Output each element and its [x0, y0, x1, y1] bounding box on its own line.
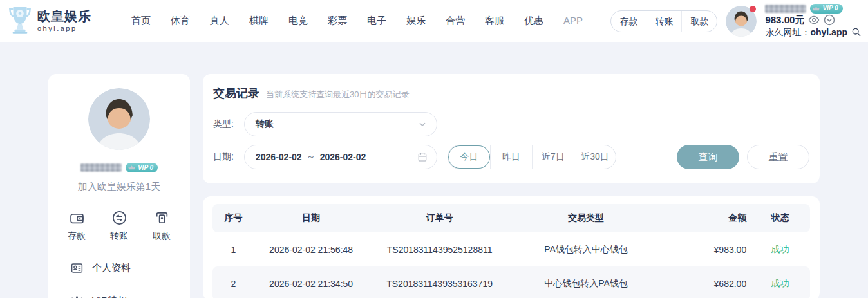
date-start: 2026-02-02	[256, 152, 302, 162]
cell-index: 1	[212, 245, 254, 255]
cell-date: 2026-02-02 21:34:50	[254, 279, 368, 289]
content-area: VIP 0 加入欧皇娱乐第1天 存款 转账	[0, 42, 868, 298]
crown-icon	[812, 5, 820, 13]
permanent-url: 永久网址：ohyl.app	[765, 27, 847, 39]
transfer-icon	[111, 210, 127, 226]
sidebar-item-vip[interactable]: VIP特权	[70, 294, 190, 298]
navbar-right: 存款 转账 取款 VIP 0	[610, 4, 862, 38]
withdraw-icon	[154, 210, 170, 226]
profile-avatar[interactable]	[88, 88, 150, 150]
cell-order-no: TS2018311439353163719	[368, 279, 511, 289]
search-button[interactable]: 查询	[677, 145, 739, 169]
main-column: 交易记录 当前系统支持查询最近30日的交易记录 类型: 转账 日期: 2026-…	[203, 74, 820, 298]
header-date: 日期	[254, 212, 368, 224]
withdraw-link[interactable]: 取款	[681, 11, 717, 32]
nav-item-lottery[interactable]: 彩票	[328, 15, 347, 27]
eye-icon[interactable]	[808, 14, 820, 26]
nav-item-esports[interactable]: 电竞	[288, 15, 308, 27]
sidebar-menu: 个人资料 VIP特权	[48, 261, 190, 298]
avatar[interactable]	[726, 6, 757, 37]
nav-item-support[interactable]: 客服	[485, 15, 504, 27]
nav-item-promo[interactable]: 优惠	[524, 15, 543, 27]
reset-button[interactable]: 重置	[747, 145, 809, 169]
wallet-icon	[69, 210, 85, 226]
sidebar-withdraw-button[interactable]: 取款	[153, 210, 171, 242]
nav-item-app[interactable]: APP	[563, 15, 583, 27]
crown-icon	[70, 294, 84, 298]
sidebar-quick-actions: 存款 转账 取款	[48, 210, 190, 242]
header-index: 序号	[212, 212, 254, 224]
date-separator: ～	[307, 151, 316, 163]
table-row: 2 2026-02-02 21:34:50 TS2018311439353163…	[212, 266, 810, 298]
nav-item-entertainment[interactable]: 娱乐	[406, 15, 426, 27]
user-meta: VIP 0 983.00元 永久网址：ohyl.app	[765, 4, 862, 38]
nav-item-live[interactable]: 真人	[210, 15, 229, 27]
brand-logo[interactable]: 欧皇娱乐 ohyl.app	[8, 5, 91, 37]
transaction-table-card: 序号 日期 订单号 交易类型 金额 状态 1 2026-02-02 21:56:…	[203, 196, 820, 298]
table-row: 1 2026-02-02 21:56:48 TS2018311439525128…	[212, 232, 810, 266]
type-select[interactable]: 转账	[244, 112, 437, 136]
status-badge: 成功	[750, 278, 810, 290]
quick-range-group: 今日 昨日 近7日 近30日	[448, 145, 616, 169]
sidebar-transfer-button[interactable]: 转账	[110, 210, 128, 242]
brand-name: 欧皇娱乐	[37, 9, 91, 23]
range-yesterday[interactable]: 昨日	[490, 145, 532, 169]
cell-type: PA钱包转入中心钱包	[511, 244, 661, 256]
username-censored	[765, 5, 806, 13]
cell-date: 2026-02-02 21:56:48	[254, 245, 368, 255]
top-navbar: 欧皇娱乐 ohyl.app 首页 体育 真人 棋牌 电竞 彩票 电子 娱乐 合营…	[0, 0, 868, 42]
crown-icon	[127, 163, 136, 172]
table-header-row: 序号 日期 订单号 交易类型 金额 状态	[212, 204, 810, 232]
wallet-quick-links: 存款 转账 取款	[610, 10, 717, 32]
id-card-icon	[70, 261, 84, 275]
calendar-icon	[417, 152, 428, 162]
cell-amount: ¥983.00	[661, 245, 750, 255]
vip-badge: VIP 0	[126, 163, 158, 172]
search-icon[interactable]	[851, 27, 862, 37]
vip-badge: VIP 0	[810, 4, 842, 14]
transfer-link[interactable]: 转账	[646, 11, 681, 32]
chevron-down-icon	[417, 119, 428, 129]
trophy-icon	[8, 5, 32, 37]
sidebar-deposit-button[interactable]: 存款	[68, 210, 86, 242]
date-range-input[interactable]: 2026-02-02 ～ 2026-02-02	[244, 145, 437, 169]
header-status: 状态	[750, 212, 810, 224]
nav-item-sports[interactable]: 体育	[171, 15, 190, 27]
circle-chevron-down-icon[interactable]	[824, 14, 835, 26]
type-label: 类型:	[213, 118, 244, 130]
cell-order-no: TS2018311439525128811	[368, 245, 511, 255]
header-type: 交易类型	[511, 212, 661, 224]
transaction-filter-card: 交易记录 当前系统支持查询最近30日的交易记录 类型: 转账 日期: 2026-…	[203, 74, 820, 183]
header-amount: 金额	[661, 212, 750, 224]
nav-item-home[interactable]: 首页	[131, 15, 151, 27]
header-order-no: 订单号	[368, 212, 511, 224]
cell-amount: ¥682.00	[661, 279, 750, 289]
page-title: 交易记录	[213, 86, 259, 101]
join-days-text: 加入欧皇娱乐第1天	[48, 181, 190, 193]
cell-type: 中心钱包转入PA钱包	[511, 278, 661, 290]
nav-item-affiliate[interactable]: 合营	[446, 15, 465, 27]
date-label: 日期:	[213, 151, 244, 163]
notification-dot	[750, 6, 756, 12]
sidebar-item-profile[interactable]: 个人资料	[70, 261, 190, 275]
range-7days[interactable]: 近7日	[532, 145, 574, 169]
status-badge: 成功	[750, 244, 810, 256]
balance-amount: 983.00元	[765, 14, 804, 26]
range-today[interactable]: 今日	[448, 145, 490, 169]
range-30days[interactable]: 近30日	[574, 145, 616, 169]
page-subtitle: 当前系统支持查询最近30日的交易记录	[266, 89, 409, 100]
cell-index: 2	[212, 279, 254, 289]
nav-item-slots[interactable]: 电子	[367, 15, 386, 27]
brand-domain: ohyl.app	[37, 24, 91, 32]
main-nav: 首页 体育 真人 棋牌 电竞 彩票 电子 娱乐 合营 客服 优惠 APP	[131, 15, 583, 27]
profile-sidebar: VIP 0 加入欧皇娱乐第1天 存款 转账	[48, 74, 190, 298]
nav-item-chess[interactable]: 棋牌	[249, 15, 269, 27]
deposit-link[interactable]: 存款	[611, 11, 646, 32]
date-end: 2026-02-02	[320, 152, 366, 162]
username-censored	[80, 163, 122, 172]
